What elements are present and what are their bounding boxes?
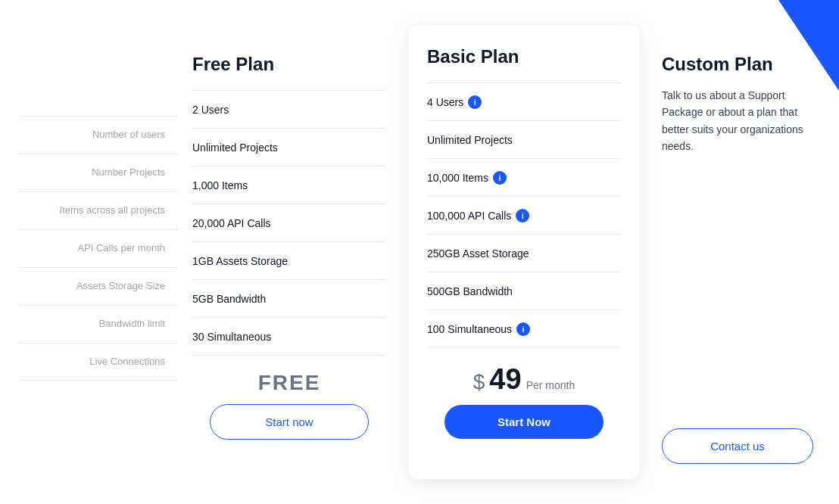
basic-row-bandwidth: 500GB Bandwidth: [427, 272, 621, 310]
free-plan-column: Free Plan 2 Users Unlimited Projects 1,0…: [177, 33, 401, 471]
custom-contact-button[interactable]: Contact us: [662, 428, 813, 464]
basic-row-storage: 250GB Asset Storage: [427, 235, 621, 272]
basic-row-items: 10,000 Items i: [427, 159, 621, 197]
free-row-connections: 30 Simultaneous: [192, 318, 386, 356]
free-row-storage: 1GB Assets Storage: [192, 242, 386, 280]
basic-start-button[interactable]: Start Now: [444, 405, 604, 439]
label-bandwidth: Bandwidth limit: [18, 305, 177, 343]
label-num-projects: Number Projects: [18, 154, 177, 191]
basic-plan-footer: $ 49 Per month Start Now: [427, 348, 621, 446]
labels-column: Number of users Number Projects Items ac…: [18, 33, 177, 471]
api-info-icon[interactable]: i: [516, 209, 529, 222]
pricing-container: Number of users Number Projects Items ac…: [18, 33, 821, 471]
basic-plan-column: Basic Plan 4 Users i Unlimited Projects …: [409, 25, 639, 479]
basic-price: $ 49 Per month: [473, 363, 575, 396]
basic-row-connections: 100 Simultaneous i: [427, 310, 621, 348]
free-start-button[interactable]: Start now: [210, 404, 369, 440]
basic-price-symbol: $: [473, 370, 485, 394]
label-num-users: Number of users: [18, 116, 177, 154]
basic-price-period: Per month: [526, 379, 575, 391]
label-api-calls: API Calls per month: [18, 229, 177, 267]
basic-plan-title: Basic Plan: [427, 25, 621, 83]
users-info-icon[interactable]: i: [468, 95, 482, 109]
free-plan-footer: FREE Start now: [192, 356, 386, 447]
label-assets-storage: Assets Storage Size: [18, 267, 177, 305]
free-price-label: FREE: [258, 371, 321, 395]
free-row-users: 2 Users: [192, 91, 386, 129]
free-row-items: 1,000 Items: [192, 166, 386, 204]
free-row-projects: Unlimited Projects: [192, 129, 386, 166]
basic-row-api: 100,000 API Calls i: [427, 197, 621, 235]
label-items-projects: Items across all projects: [18, 191, 177, 229]
free-row-bandwidth: 5GB Bandwidth: [192, 280, 386, 318]
custom-plan-column: Custom Plan Talk to us about a Support P…: [647, 33, 821, 471]
custom-plan-description: Talk to us about a Support Package or ab…: [662, 87, 813, 155]
corner-decoration: [778, 0, 839, 91]
basic-row-projects: Unlimited Projects: [427, 121, 621, 159]
label-live-connections: Live Connections: [18, 343, 177, 381]
free-row-api: 20,000 API Calls: [192, 204, 386, 242]
free-plan-title: Free Plan: [192, 33, 386, 91]
items-info-icon[interactable]: i: [493, 171, 507, 185]
custom-plan-footer: Contact us: [662, 413, 813, 471]
basic-price-amount: 49: [489, 363, 521, 396]
basic-row-users: 4 Users i: [427, 83, 621, 121]
connections-info-icon[interactable]: i: [516, 322, 530, 336]
